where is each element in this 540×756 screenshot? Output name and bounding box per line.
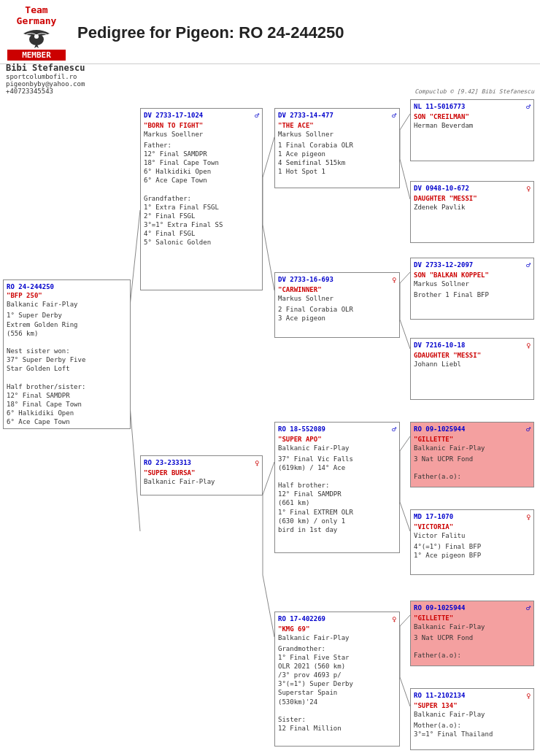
gg6-breeder: Victor Falitu <box>414 531 531 540</box>
g4-name: "KMG 69" <box>278 625 396 633</box>
gg4-breeder: Johann Liebl <box>414 360 531 369</box>
g2-name: "CARWINNER" <box>278 285 396 294</box>
g1-info: 1 Final Corabia OLR 1 Ace pigeon 4 Semif… <box>278 141 396 177</box>
svg-line-21 <box>400 615 410 626</box>
eagle-icon <box>16 26 57 48</box>
team-name: Team Germany <box>7 4 66 26</box>
footer-email1: sportcolumbofil.ro <box>6 73 85 80</box>
g2-info: 2 Final Corabia OLR 3 Ace pigeon <box>278 305 396 323</box>
gg4-ring: DV 7216-10-18 <box>414 341 465 351</box>
gg8-ring: RO 11-2102134 <box>414 691 465 701</box>
team-logo: Team Germany MEMBER <box>7 4 66 61</box>
card-p1: DV 2733-17-1024 "BORN TO FIGHT" Markus S… <box>140 108 263 290</box>
footer-phone: +40723345543 <box>6 88 85 95</box>
gg5-gender <box>526 425 531 435</box>
gg6-info: 4°(=1°) Final BFP 1° Ace pigeon BFP <box>414 542 531 560</box>
footer-name: Bibi Stefanescu <box>6 63 85 73</box>
svg-line-12 <box>400 114 410 130</box>
card-g4: RO 17-402269 "KMG 69" Balkanic Fair-Play… <box>274 612 400 747</box>
p1-gender <box>255 111 259 121</box>
card-gg7: RO 09-1025944 "GILLETTE" Balkanic Fair-P… <box>410 601 534 666</box>
compuclub-credit: Compuclub © [9.42] Bibi Stefanescu <box>414 88 534 95</box>
gg2-ring: DV 0948-10-672 <box>414 184 469 194</box>
gg3-ring: DV 2733-12-2097 <box>414 261 473 271</box>
gg5-breeder: Balkanic Fair-Play <box>414 444 531 452</box>
card-p2: RO 23-233313 "SUPER BURSA" Balkanic Fair… <box>140 455 263 495</box>
gg7-breeder: Balkanic Fair-Play <box>414 622 531 631</box>
gg7-ring: RO 09-1025944 <box>414 603 465 614</box>
card-gg8: RO 11-2102134 "SUPER 134" Balkanic Fair-… <box>410 688 534 750</box>
card-g3: RO 18-552089 "SUPER APO" Balkanic Fair-P… <box>274 422 400 553</box>
gg8-name: "SUPER 134" <box>414 701 531 710</box>
g4-breeder: Balkanic Fair-Play <box>278 633 396 642</box>
svg-line-15 <box>400 272 410 283</box>
svg-line-6 <box>263 137 274 177</box>
p2-name: "SUPER BURSA" <box>144 468 259 477</box>
g1-name: "THE ACE" <box>278 121 396 130</box>
gg1-ring: NL 11-5016773 <box>414 102 465 112</box>
gg4-name: GDAUGHTER "MESSI" <box>414 351 531 360</box>
g3-gender <box>392 425 396 435</box>
p2-ring: RO 23-233313 <box>144 458 191 468</box>
card-gg4: DV 7216-10-18 GDAUGHTER "MESSI" Johann L… <box>410 338 534 400</box>
gg3-info: Brother 1 Final BFP <box>414 290 531 299</box>
gg3-breeder: Markus Sollner <box>414 279 531 288</box>
p2-gender <box>255 458 259 468</box>
svg-line-22 <box>400 677 410 706</box>
card-g2: DV 2733-16-693 "CARWINNER" Markus Sollne… <box>274 272 400 338</box>
g4-ring: RO 17-402269 <box>278 614 325 625</box>
main-pigeon-card: RO 24-244250 "BFP 250" Balkanic Fair-Pla… <box>3 279 131 429</box>
gg7-gender <box>526 603 531 614</box>
g3-ring: RO 18-552089 <box>278 425 325 435</box>
footer-email2: pigeonbyby@yahoo.com <box>6 80 85 88</box>
gg8-info: Mother(a.o): 3°=1° Final Thailand <box>414 721 531 738</box>
gg6-name: "VICTORIA" <box>414 522 531 531</box>
gg6-ring: MD 17-1070 <box>414 512 453 522</box>
gg2-breeder: Zdenek Pavlik <box>414 203 531 212</box>
gg7-info: 3 Nat UCPR Fond Father(a.o): <box>414 633 531 660</box>
g1-breeder: Markus Sollner <box>278 130 396 139</box>
gg5-info: 3 Nat UCPR Fond Father(a.o): <box>414 455 531 481</box>
svg-line-7 <box>263 225 274 290</box>
svg-line-9 <box>263 462 274 495</box>
svg-line-10 <box>263 575 274 637</box>
gg8-breeder: Balkanic Fair-Play <box>414 710 531 719</box>
g2-breeder: Markus Sollner <box>278 294 396 303</box>
page-title: Pedigree for Pigeon: RO 24-244250 <box>77 23 344 42</box>
main-breeder: Balkanic Fair-Play <box>7 300 127 309</box>
svg-line-19 <box>400 502 410 531</box>
svg-line-16 <box>400 320 410 349</box>
gg4-gender <box>526 341 531 351</box>
svg-line-13 <box>400 159 410 199</box>
card-g1: DV 2733-14-477 "THE ACE" Markus Sollner … <box>274 108 400 188</box>
p2-breeder: Balkanic Fair-Play <box>144 477 259 486</box>
card-gg2: DV 0948-10-672 DAUGHTER "MESSI" Zdenek P… <box>410 181 534 243</box>
card-gg1: NL 11-5016773 SON "CREILMAN" Herman Beve… <box>410 99 534 161</box>
g3-name: "SUPER APO" <box>278 435 396 444</box>
g4-gender <box>392 614 396 625</box>
gg3-gender <box>526 261 531 271</box>
gg2-gender <box>526 184 531 194</box>
gg8-gender <box>526 691 531 701</box>
card-gg6: MD 17-1070 "VICTORIA" Victor Falitu 4°(=… <box>410 509 534 575</box>
g4-info: Grandmother: 1° Final Five Star OLR 2021… <box>278 644 396 733</box>
g1-ring: DV 2733-14-477 <box>278 111 333 121</box>
gg1-gender <box>526 102 531 112</box>
g2-gender <box>392 275 396 285</box>
gg7-name: "GILLETTE" <box>414 614 531 622</box>
p1-breeder: Markus Soellner <box>144 130 259 139</box>
gg6-gender <box>526 512 531 522</box>
member-badge: MEMBER <box>7 50 66 61</box>
g2-ring: DV 2733-16-693 <box>278 275 333 285</box>
gg5-ring: RO 09-1025944 <box>414 425 465 435</box>
main-ring: RO 24-244250 <box>7 282 127 291</box>
main-name: "BFP 250" <box>7 291 127 300</box>
gg3-name: SON "BALKAN KOPPEL" <box>414 271 531 279</box>
header: Team Germany MEMBER Pedigree for Pigeon:… <box>0 0 540 64</box>
p1-info: Father: 12° Final SAMDPR 18° Final Cape … <box>144 141 259 247</box>
g1-gender <box>392 111 396 121</box>
svg-line-18 <box>400 436 410 451</box>
main-info: 1° Super Derby Extrem Golden Ring (556 k… <box>7 311 127 426</box>
gg1-breeder: Herman Beverdam <box>414 121 531 130</box>
card-gg5: RO 09-1025944 "GILLETTE" Balkanic Fair-P… <box>410 422 534 487</box>
